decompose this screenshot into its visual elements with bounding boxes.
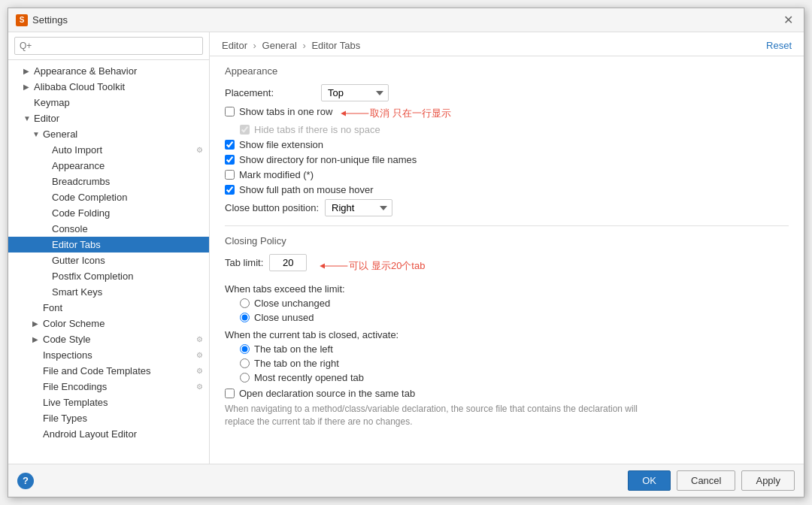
sidebar-item-label: Console: [52, 223, 88, 234]
when-current-closed-label: When the current tab is closed, activate…: [225, 329, 789, 340]
tab-on-right-row: The tab on the right: [240, 358, 789, 369]
annotation1-text: 取消 只在一行显示: [370, 107, 451, 120]
hide-tabs-label: Hide tabs if there is no space: [254, 124, 380, 135]
tabs-exceed-options: Close unchanged Close unused: [225, 298, 789, 323]
sidebar-item-label: Editor: [34, 113, 59, 124]
bottom-bar: ? OK Cancel Apply: [8, 464, 804, 497]
close-unchanged-label: Close unchanged: [254, 298, 330, 309]
sidebar-item-label: Code Completion: [52, 192, 127, 203]
sidebar-item-editor[interactable]: ▼ Editor: [8, 110, 209, 126]
sidebar-item-label: Live Templates: [43, 397, 108, 408]
settings-icon: ⚙: [196, 146, 203, 154]
sidebar-item-postfix-completion[interactable]: Postfix Completion: [8, 268, 209, 284]
panel-body: Appearance Placement: Top Bottom Left Ri…: [210, 56, 804, 464]
show-directory-row: Show directory for non-unique file names: [225, 154, 789, 165]
sidebar-item-code-completion[interactable]: Code Completion: [8, 189, 209, 205]
sidebar-item-file-code-templates[interactable]: File and Code Templates ⚙: [8, 363, 209, 379]
sidebar-item-label: Breadcrumbs: [52, 176, 110, 187]
annotation2-text: 可以 显示20个tab: [349, 259, 425, 273]
show-full-path-label: Show full path on mouse hover: [239, 184, 374, 195]
expand-icon: ▶: [23, 67, 31, 75]
sidebar-item-label: Code Folding: [52, 207, 110, 219]
sidebar-item-alibaba[interactable]: ▶ Alibaba Cloud Toolkit: [8, 79, 209, 95]
most-recently-radio[interactable]: [240, 373, 250, 383]
open-declaration-description: When navigating to a method/class/variab…: [225, 403, 646, 428]
breadcrumb: Editor › General › Editor Tabs: [222, 40, 360, 51]
sidebar-item-console[interactable]: Console: [8, 221, 209, 237]
sidebar-item-appearance[interactable]: Appearance: [8, 158, 209, 174]
breadcrumb-editor-tabs: Editor Tabs: [311, 40, 360, 51]
content-area: ▶ Appearance & Behavior ▶ Alibaba Cloud …: [8, 32, 804, 464]
ok-button[interactable]: OK: [628, 470, 671, 491]
sidebar-item-label: Inspections: [43, 349, 92, 361]
close-unused-label: Close unused: [254, 312, 314, 323]
close-unused-row: Close unused: [240, 312, 789, 323]
tab-limit-label: Tab limit:: [225, 257, 263, 268]
search-input[interactable]: [14, 37, 203, 55]
sidebar-item-label: Gutter Icons: [52, 255, 105, 266]
placement-select[interactable]: Top Bottom Left Right: [321, 84, 389, 101]
window-title: Settings: [32, 14, 68, 26]
expand-icon: ▶: [23, 83, 31, 91]
sidebar-item-android-layout-editor[interactable]: Android Layout Editor: [8, 426, 209, 442]
close-unchanged-row: Close unchanged: [240, 298, 789, 309]
close-unchanged-radio[interactable]: [240, 298, 250, 308]
settings-icon: ⚙: [196, 383, 203, 391]
sidebar-item-live-templates[interactable]: Live Templates: [8, 395, 209, 410]
sidebar-item-label: Auto Import: [52, 144, 102, 156]
sidebar-item-font[interactable]: Font: [8, 300, 209, 316]
sidebar-item-code-folding[interactable]: Code Folding: [8, 205, 209, 221]
close-button-position-select[interactable]: Left Right None: [325, 199, 392, 216]
sidebar-item-label: Keymap: [34, 97, 70, 108]
sidebar-item-gutter-icons[interactable]: Gutter Icons: [8, 252, 209, 268]
show-file-extension-row: Show file extension: [225, 139, 789, 150]
cancel-button[interactable]: Cancel: [677, 470, 735, 491]
expand-icon: ▼: [32, 130, 40, 138]
sidebar-item-breadcrumbs[interactable]: Breadcrumbs: [8, 174, 209, 189]
sidebar-item-general[interactable]: ▼ General: [8, 126, 209, 142]
sidebar-item-editor-tabs[interactable]: Editor Tabs: [8, 237, 209, 252]
sidebar-item-label: Android Layout Editor: [43, 428, 137, 440]
sidebar-item-code-style[interactable]: ▶ Code Style ⚙: [8, 331, 209, 347]
reset-link[interactable]: Reset: [766, 40, 792, 51]
annotation2-arrow: [319, 259, 349, 274]
apply-button[interactable]: Apply: [741, 470, 795, 491]
settings-window: S Settings ✕ ▶ Appearance & Behavior ▶ A…: [8, 8, 804, 497]
sidebar-item-appearance-behavior[interactable]: ▶ Appearance & Behavior: [8, 63, 209, 79]
panel-header: Editor › General › Editor Tabs Reset: [210, 32, 804, 56]
show-file-extension-checkbox[interactable]: [225, 140, 235, 150]
show-full-path-checkbox[interactable]: [225, 185, 235, 195]
expand-icon: ▶: [32, 319, 40, 328]
expand-icon: ▶: [32, 335, 40, 343]
tab-limit-input[interactable]: 20: [269, 254, 307, 271]
placement-label: Placement:: [225, 87, 315, 98]
close-button[interactable]: ✕: [780, 13, 796, 27]
sidebar-item-smart-keys[interactable]: Smart Keys: [8, 284, 209, 300]
annotation1-block: 取消 只在一行显示: [340, 106, 451, 121]
current-closed-options: The tab on the left The tab on the right…: [225, 343, 789, 383]
sidebar-item-auto-import[interactable]: Auto Import ⚙: [8, 142, 209, 158]
sidebar-item-file-encodings[interactable]: File Encodings ⚙: [8, 379, 209, 395]
help-button[interactable]: ?: [17, 473, 34, 489]
appearance-section-title: Appearance: [225, 65, 789, 77]
show-directory-checkbox[interactable]: [225, 155, 235, 165]
sidebar-item-keymap[interactable]: Keymap: [8, 95, 209, 110]
tab-on-right-radio[interactable]: [240, 358, 250, 368]
close-unused-radio[interactable]: [240, 313, 250, 322]
hide-tabs-wrap: Hide tabs if there is no space: [225, 124, 789, 135]
close-button-position-row: Close button position: Left Right None: [225, 199, 789, 216]
breadcrumb-sep: ›: [253, 40, 259, 51]
app-icon: S: [16, 14, 28, 26]
placement-row: Placement: Top Bottom Left Right: [225, 84, 789, 101]
sidebar-item-color-scheme[interactable]: ▶ Color Scheme: [8, 316, 209, 331]
tab-on-left-radio[interactable]: [240, 344, 250, 354]
sidebar-item-inspections[interactable]: Inspections ⚙: [8, 347, 209, 363]
show-tabs-one-row-checkbox[interactable]: [225, 107, 235, 116]
open-declaration-checkbox[interactable]: [225, 389, 235, 398]
sidebar-item-label: File Types: [43, 413, 87, 424]
mark-modified-checkbox[interactable]: [225, 170, 235, 180]
divider: [225, 225, 789, 226]
title-bar-left: S Settings: [16, 14, 68, 26]
annotation2-block: 可以 显示20个tab: [319, 259, 425, 274]
sidebar-item-file-types[interactable]: File Types: [8, 410, 209, 426]
